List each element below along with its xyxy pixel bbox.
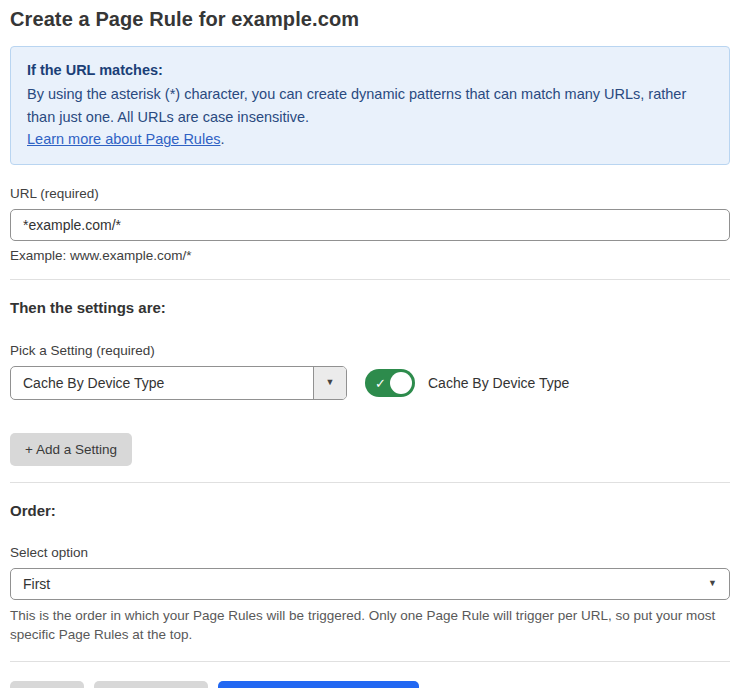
info-box-heading: If the URL matches:: [27, 59, 713, 81]
setting-select[interactable]: Cache By Device Type ▼: [10, 366, 347, 400]
caret-down-icon: ▼: [708, 579, 717, 588]
divider-after-url: [10, 279, 730, 280]
link-suffix: .: [220, 131, 224, 147]
order-section-heading: Order:: [10, 502, 730, 519]
check-icon: ✓: [375, 376, 386, 389]
url-field-label: URL (required): [10, 186, 730, 201]
url-match-info-box: If the URL matches: By using the asteris…: [10, 46, 730, 165]
url-field-hint: Example: www.example.com/*: [10, 248, 730, 263]
actions-row: Cancel Save as Draft Save and Deploy Pag…: [10, 681, 730, 688]
setting-select-caret-button[interactable]: ▼: [313, 367, 346, 399]
setting-toggle-label: Cache By Device Type: [428, 375, 569, 391]
settings-section-heading: Then the settings are:: [10, 299, 730, 316]
divider-before-actions: [10, 661, 730, 662]
learn-more-link[interactable]: Learn more about Page Rules: [27, 131, 220, 147]
setting-picker-label: Pick a Setting (required): [10, 343, 730, 358]
save-draft-button[interactable]: Save as Draft: [94, 681, 208, 688]
info-box-body: By using the asterisk (*) character, you…: [27, 83, 713, 128]
order-help-text: This is the order in which your Page Rul…: [10, 606, 730, 645]
order-select[interactable]: First ▼: [10, 568, 730, 600]
cancel-button[interactable]: Cancel: [10, 681, 84, 688]
setting-toggle[interactable]: ✓: [365, 369, 415, 397]
page-title: Create a Page Rule for example.com: [10, 8, 730, 31]
info-link-line: Learn more about Page Rules.: [27, 128, 713, 150]
order-select-label: Select option: [10, 545, 730, 560]
save-deploy-button[interactable]: Save and Deploy Page Rule: [218, 681, 420, 688]
setting-select-value: Cache By Device Type: [11, 375, 164, 391]
divider-after-settings: [10, 482, 730, 483]
add-setting-button[interactable]: + Add a Setting: [10, 433, 132, 466]
url-input[interactable]: [10, 209, 730, 241]
toggle-knob: [390, 372, 412, 394]
setting-row: Cache By Device Type ▼ ✓ Cache By Device…: [10, 366, 730, 400]
caret-down-icon: ▼: [326, 378, 335, 387]
order-select-value: First: [23, 576, 50, 592]
